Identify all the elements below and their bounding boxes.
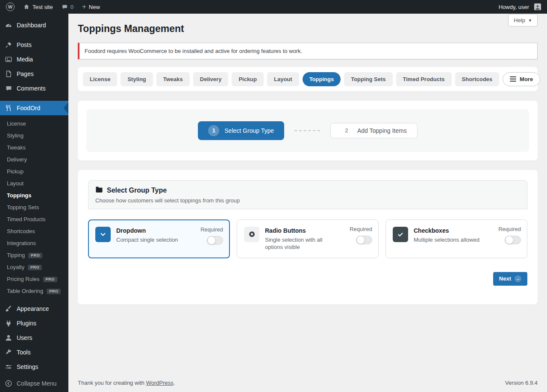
- admin-sidebar: Dashboard Posts Media Pages Commen: [0, 14, 68, 392]
- sidebar-item-plugins[interactable]: Plugins: [0, 316, 68, 331]
- step-connector: [294, 130, 320, 131]
- sidebar-item-pages[interactable]: Pages: [0, 67, 68, 81]
- submenu-item-tipping[interactable]: TippingPRO: [0, 249, 68, 261]
- folder-icon: [95, 186, 103, 195]
- submenu-item-license[interactable]: License: [0, 118, 68, 130]
- tab-timed-products[interactable]: Timed Products: [396, 72, 452, 86]
- submenu-item-toppings[interactable]: Toppings: [0, 190, 68, 202]
- group-type-options: Dropdown Compact single selection Requir…: [88, 219, 527, 258]
- tab-pickup[interactable]: Pickup: [232, 72, 264, 86]
- hamburger-icon: [510, 76, 516, 82]
- submenu-label: License: [7, 120, 26, 128]
- page-title: Toppings Management: [78, 23, 538, 35]
- comment-icon: [4, 85, 13, 92]
- help-button[interactable]: Help ▼: [508, 14, 538, 26]
- main-content: Help ▼ Toppings Management Foodord requi…: [68, 14, 547, 392]
- more-label: More: [520, 76, 533, 82]
- account-menu[interactable]: Howdy, user: [494, 0, 545, 14]
- wordpress-logo-letter: W: [8, 5, 12, 9]
- admin-bar: W Test site 0 + New Howdy, user: [0, 0, 547, 14]
- toggle-knob: [356, 236, 365, 244]
- required-label: Required: [498, 226, 521, 232]
- sidebar-item-dashboard[interactable]: Dashboard: [0, 18, 68, 32]
- option-description: Multiple selections allowed: [414, 236, 479, 244]
- sidebar-item-settings[interactable]: Settings: [0, 360, 68, 374]
- sliders-icon: [4, 363, 13, 371]
- brush-icon: [4, 305, 13, 313]
- submenu-item-shortcodes[interactable]: Shortcodes: [0, 225, 68, 237]
- option-card-dropdown[interactable]: Dropdown Compact single selection Requir…: [88, 219, 230, 258]
- submenu-item-tweaks[interactable]: Tweaks: [0, 142, 68, 154]
- tab-delivery[interactable]: Delivery: [193, 72, 229, 86]
- next-label: Next: [499, 275, 511, 282]
- wizard-stepper: 1 Select Group Type 2 Add Topping Items: [78, 101, 538, 161]
- submenu-item-styling[interactable]: Styling: [0, 130, 68, 142]
- option-card-checkboxes[interactable]: Checkboxes Multiple selections allowed R…: [385, 219, 527, 258]
- stepper-track: 1 Select Group Type 2 Add Topping Items: [86, 109, 529, 152]
- sidebar-item-appearance[interactable]: Appearance: [0, 301, 68, 316]
- tab-topping-sets[interactable]: Topping Sets: [344, 72, 392, 86]
- submenu-item-loyalty[interactable]: LoyaltyPRO: [0, 261, 68, 273]
- new-content-button[interactable]: + New: [78, 0, 104, 14]
- tab-license[interactable]: License: [83, 72, 117, 86]
- next-button[interactable]: Next →: [493, 272, 527, 286]
- collapse-menu-label: Collapse Menu: [17, 379, 56, 388]
- group-type-card: Select Group Type Choose how customers w…: [78, 170, 538, 304]
- submenu-label: Tipping: [7, 252, 25, 259]
- sidebar-item-foodord[interactable]: FoodOrd: [0, 101, 68, 115]
- tab-shortcodes[interactable]: Shortcodes: [455, 72, 500, 86]
- footer-period: .: [174, 380, 175, 386]
- tab-layout[interactable]: Layout: [267, 72, 299, 86]
- comments-count: 0: [71, 4, 74, 10]
- required-toggle[interactable]: [356, 236, 372, 244]
- plug-icon: [4, 319, 13, 327]
- site-link[interactable]: Test site: [19, 0, 57, 14]
- sidebar-item-comments[interactable]: Comments: [0, 81, 68, 96]
- submenu-item-layout[interactable]: Layout: [0, 178, 68, 190]
- woocommerce-notice: Foodord requires WooCommerce to be insta…: [78, 43, 538, 59]
- tab-toppings[interactable]: Toppings: [303, 72, 341, 86]
- admin-footer: Thank you for creating with WordPress. V…: [78, 375, 538, 392]
- submenu-item-topping-sets[interactable]: Topping Sets: [0, 202, 68, 214]
- site-name: Test site: [32, 4, 53, 10]
- submenu-item-table-ordering[interactable]: Table OrderingPRO: [0, 285, 68, 297]
- step-select-group-type[interactable]: 1 Select Group Type: [198, 121, 284, 140]
- required-toggle[interactable]: [505, 236, 521, 244]
- submenu-label: Tweaks: [7, 144, 26, 152]
- required-toggle[interactable]: [207, 236, 223, 245]
- wordpress-link[interactable]: WordPress: [146, 380, 174, 386]
- collapse-menu-button[interactable]: Collapse Menu: [0, 376, 68, 392]
- tab-styling[interactable]: Styling: [121, 72, 153, 86]
- sidebar-item-label: FoodOrd: [17, 104, 40, 112]
- step-add-topping-items[interactable]: 2 Add Topping Items: [330, 123, 418, 138]
- more-tabs-button[interactable]: More: [503, 72, 540, 86]
- notice-text: Foodord requires WooCommerce to be insta…: [85, 48, 302, 54]
- required-label: Required: [200, 226, 223, 233]
- sidebar-item-media[interactable]: Media: [0, 52, 68, 67]
- submenu-item-pricing-rules[interactable]: Pricing RulesPRO: [0, 273, 68, 285]
- sidebar-item-posts[interactable]: Posts: [0, 38, 68, 52]
- section-header: Select Group Type Choose how customers w…: [88, 180, 527, 209]
- user-icon: [4, 334, 13, 342]
- option-title: Dropdown: [116, 227, 178, 234]
- submenu-label: Table Ordering: [7, 287, 43, 295]
- pro-badge: PRO: [28, 265, 42, 270]
- howdy-text: Howdy, user: [499, 4, 529, 10]
- comments-shortcut[interactable]: 0: [57, 0, 78, 14]
- submenu-item-timed-products[interactable]: Timed Products: [0, 214, 68, 225]
- option-card-radio-buttons[interactable]: Radio Buttons Single selection with all …: [237, 219, 379, 258]
- sidebar-separator: [0, 96, 68, 101]
- submenu-item-pickup[interactable]: Pickup: [0, 166, 68, 178]
- wordpress-menu-button[interactable]: W: [2, 0, 19, 14]
- sidebar-item-users[interactable]: Users: [0, 331, 68, 345]
- help-label: Help: [514, 17, 525, 23]
- radio-button-icon: [244, 227, 259, 242]
- tab-tweaks[interactable]: Tweaks: [156, 72, 190, 86]
- avatar: [534, 3, 541, 10]
- pro-badge: PRO: [43, 277, 57, 282]
- pro-badge: PRO: [47, 289, 61, 294]
- sidebar-item-tools[interactable]: Tools: [0, 345, 68, 360]
- option-description: Single selection with all options visibl…: [265, 236, 341, 251]
- submenu-item-delivery[interactable]: Delivery: [0, 154, 68, 166]
- submenu-item-integrations[interactable]: Integrations: [0, 237, 68, 249]
